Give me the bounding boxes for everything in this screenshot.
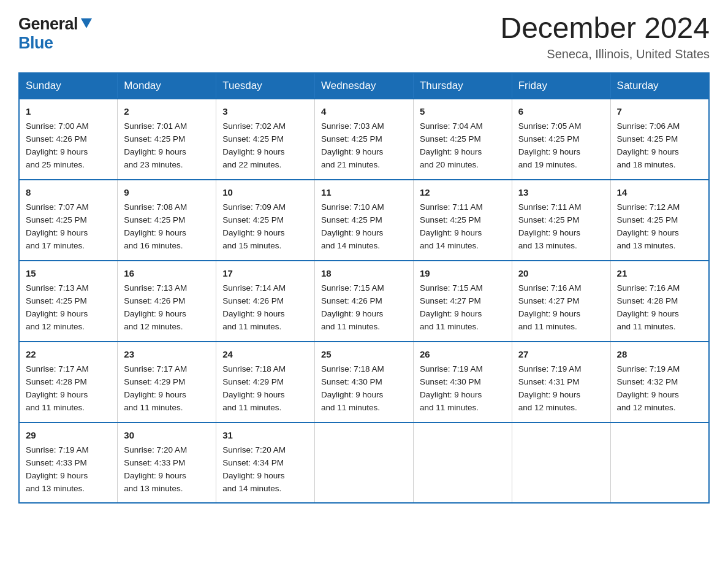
- day-detail: Sunrise: 7:03 AMSunset: 4:25 PMDaylight:…: [321, 121, 384, 169]
- calendar-cell: 22Sunrise: 7:17 AMSunset: 4:28 PMDayligh…: [19, 342, 118, 423]
- calendar-week-row: 29Sunrise: 7:19 AMSunset: 4:33 PMDayligh…: [19, 423, 709, 504]
- day-detail: Sunrise: 7:18 AMSunset: 4:30 PMDaylight:…: [321, 364, 384, 412]
- calendar-dow-friday: Friday: [512, 73, 610, 99]
- calendar-week-row: 15Sunrise: 7:13 AMSunset: 4:25 PMDayligh…: [19, 261, 709, 342]
- calendar-dow-monday: Monday: [118, 73, 216, 99]
- day-number: 2: [124, 104, 210, 118]
- calendar-header-row: SundayMondayTuesdayWednesdayThursdayFrid…: [19, 73, 709, 99]
- day-detail: Sunrise: 7:06 AMSunset: 4:25 PMDaylight:…: [617, 121, 680, 169]
- day-number: 11: [321, 185, 407, 199]
- calendar-cell: 23Sunrise: 7:17 AMSunset: 4:29 PMDayligh…: [118, 342, 216, 423]
- calendar-cell: 12Sunrise: 7:11 AMSunset: 4:25 PMDayligh…: [413, 180, 512, 261]
- day-number: 30: [124, 428, 210, 442]
- calendar-cell: 16Sunrise: 7:13 AMSunset: 4:26 PMDayligh…: [118, 261, 216, 342]
- day-detail: Sunrise: 7:11 AMSunset: 4:25 PMDaylight:…: [518, 202, 582, 250]
- day-detail: Sunrise: 7:15 AMSunset: 4:26 PMDaylight:…: [321, 283, 384, 331]
- calendar-week-row: 8Sunrise: 7:07 AMSunset: 4:25 PMDaylight…: [19, 180, 709, 261]
- day-number: 6: [518, 104, 604, 118]
- calendar-week-row: 1Sunrise: 7:00 AMSunset: 4:26 PMDaylight…: [19, 99, 709, 180]
- day-number: 27: [518, 347, 604, 361]
- day-detail: Sunrise: 7:16 AMSunset: 4:28 PMDaylight:…: [617, 283, 680, 331]
- day-detail: Sunrise: 7:10 AMSunset: 4:25 PMDaylight:…: [321, 202, 384, 250]
- calendar-cell: 3Sunrise: 7:02 AMSunset: 4:25 PMDaylight…: [216, 99, 315, 180]
- day-detail: Sunrise: 7:16 AMSunset: 4:27 PMDaylight:…: [518, 283, 582, 331]
- calendar-cell: 9Sunrise: 7:08 AMSunset: 4:25 PMDaylight…: [118, 180, 216, 261]
- calendar-dow-thursday: Thursday: [413, 73, 512, 99]
- page-header: General Blue December 2024 Seneca, Illin…: [18, 12, 710, 61]
- calendar-cell: 7Sunrise: 7:06 AMSunset: 4:25 PMDaylight…: [610, 99, 709, 180]
- day-detail: Sunrise: 7:19 AMSunset: 4:30 PMDaylight:…: [420, 364, 483, 412]
- day-detail: Sunrise: 7:20 AMSunset: 4:34 PMDaylight:…: [222, 445, 286, 493]
- day-number: 25: [321, 347, 407, 361]
- day-number: 18: [321, 266, 407, 280]
- day-detail: Sunrise: 7:14 AMSunset: 4:26 PMDaylight:…: [222, 283, 286, 331]
- day-detail: Sunrise: 7:12 AMSunset: 4:25 PMDaylight:…: [617, 202, 680, 250]
- calendar-cell: [413, 423, 512, 504]
- day-detail: Sunrise: 7:01 AMSunset: 4:25 PMDaylight:…: [124, 121, 187, 169]
- day-number: 24: [222, 347, 308, 361]
- calendar-cell: 1Sunrise: 7:00 AMSunset: 4:26 PMDaylight…: [19, 99, 118, 180]
- calendar-cell: 10Sunrise: 7:09 AMSunset: 4:25 PMDayligh…: [216, 180, 315, 261]
- calendar-cell: 13Sunrise: 7:11 AMSunset: 4:25 PMDayligh…: [512, 180, 610, 261]
- logo: General Blue: [18, 15, 92, 53]
- day-detail: Sunrise: 7:19 AMSunset: 4:32 PMDaylight:…: [617, 364, 680, 412]
- day-number: 14: [617, 185, 702, 199]
- day-detail: Sunrise: 7:17 AMSunset: 4:28 PMDaylight:…: [26, 364, 89, 412]
- day-number: 16: [124, 266, 210, 280]
- title-block: December 2024 Seneca, Illinois, United S…: [500, 12, 710, 61]
- calendar-cell: 25Sunrise: 7:18 AMSunset: 4:30 PMDayligh…: [315, 342, 414, 423]
- day-number: 28: [617, 347, 702, 361]
- day-number: 12: [420, 185, 506, 199]
- calendar-cell: [512, 423, 610, 504]
- calendar-cell: 28Sunrise: 7:19 AMSunset: 4:32 PMDayligh…: [610, 342, 709, 423]
- day-detail: Sunrise: 7:05 AMSunset: 4:25 PMDaylight:…: [518, 121, 582, 169]
- day-number: 7: [617, 104, 702, 118]
- calendar-dow-saturday: Saturday: [610, 73, 709, 99]
- day-detail: Sunrise: 7:07 AMSunset: 4:25 PMDaylight:…: [26, 202, 89, 250]
- day-number: 5: [420, 104, 506, 118]
- day-detail: Sunrise: 7:18 AMSunset: 4:29 PMDaylight:…: [222, 364, 286, 412]
- logo-general-text: General: [18, 15, 78, 34]
- calendar-cell: 29Sunrise: 7:19 AMSunset: 4:33 PMDayligh…: [19, 423, 118, 504]
- day-number: 22: [26, 347, 111, 361]
- calendar-cell: 20Sunrise: 7:16 AMSunset: 4:27 PMDayligh…: [512, 261, 610, 342]
- day-detail: Sunrise: 7:17 AMSunset: 4:29 PMDaylight:…: [124, 364, 187, 412]
- svg-marker-0: [81, 18, 92, 28]
- day-detail: Sunrise: 7:08 AMSunset: 4:25 PMDaylight:…: [124, 202, 187, 250]
- day-number: 10: [222, 185, 308, 199]
- day-number: 3: [222, 104, 308, 118]
- day-detail: Sunrise: 7:19 AMSunset: 4:33 PMDaylight:…: [26, 445, 89, 493]
- day-number: 9: [124, 185, 210, 199]
- calendar-cell: 24Sunrise: 7:18 AMSunset: 4:29 PMDayligh…: [216, 342, 315, 423]
- day-number: 13: [518, 185, 604, 199]
- day-number: 8: [26, 185, 111, 199]
- calendar-cell: 21Sunrise: 7:16 AMSunset: 4:28 PMDayligh…: [610, 261, 709, 342]
- day-number: 20: [518, 266, 604, 280]
- calendar-cell: 26Sunrise: 7:19 AMSunset: 4:30 PMDayligh…: [413, 342, 512, 423]
- location-title: Seneca, Illinois, United States: [500, 47, 710, 61]
- calendar-cell: [610, 423, 709, 504]
- calendar-cell: [315, 423, 414, 504]
- day-detail: Sunrise: 7:19 AMSunset: 4:31 PMDaylight:…: [518, 364, 582, 412]
- month-title: December 2024: [500, 12, 710, 45]
- day-detail: Sunrise: 7:04 AMSunset: 4:25 PMDaylight:…: [420, 121, 483, 169]
- calendar-cell: 5Sunrise: 7:04 AMSunset: 4:25 PMDaylight…: [413, 99, 512, 180]
- calendar-cell: 31Sunrise: 7:20 AMSunset: 4:34 PMDayligh…: [216, 423, 315, 504]
- day-detail: Sunrise: 7:09 AMSunset: 4:25 PMDaylight:…: [222, 202, 286, 250]
- day-detail: Sunrise: 7:13 AMSunset: 4:25 PMDaylight:…: [26, 283, 89, 331]
- day-number: 1: [26, 104, 111, 118]
- calendar-dow-sunday: Sunday: [19, 73, 118, 99]
- calendar-cell: 18Sunrise: 7:15 AMSunset: 4:26 PMDayligh…: [315, 261, 414, 342]
- calendar-cell: 19Sunrise: 7:15 AMSunset: 4:27 PMDayligh…: [413, 261, 512, 342]
- day-number: 26: [420, 347, 506, 361]
- calendar-cell: 2Sunrise: 7:01 AMSunset: 4:25 PMDaylight…: [118, 99, 216, 180]
- calendar-cell: 8Sunrise: 7:07 AMSunset: 4:25 PMDaylight…: [19, 180, 118, 261]
- day-number: 19: [420, 266, 506, 280]
- calendar-cell: 30Sunrise: 7:20 AMSunset: 4:33 PMDayligh…: [118, 423, 216, 504]
- day-number: 31: [222, 428, 308, 442]
- calendar-cell: 14Sunrise: 7:12 AMSunset: 4:25 PMDayligh…: [610, 180, 709, 261]
- day-detail: Sunrise: 7:00 AMSunset: 4:26 PMDaylight:…: [26, 121, 89, 169]
- day-detail: Sunrise: 7:11 AMSunset: 4:25 PMDaylight:…: [420, 202, 483, 250]
- day-number: 21: [617, 266, 702, 280]
- calendar-cell: 6Sunrise: 7:05 AMSunset: 4:25 PMDaylight…: [512, 99, 610, 180]
